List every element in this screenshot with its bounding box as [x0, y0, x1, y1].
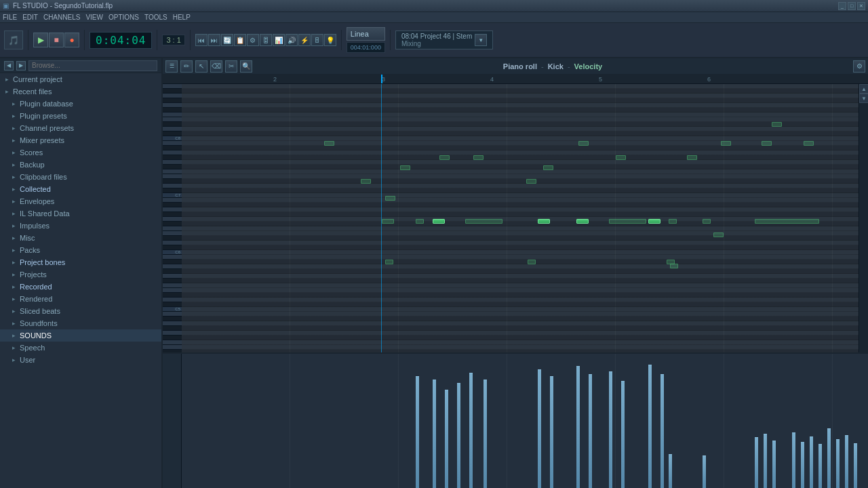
sidebar-item-rendered[interactable]: ▸Rendered [0, 293, 161, 305]
velocity-bar-21[interactable] [836, 439, 840, 488]
note-10[interactable] [400, 165, 410, 170]
tool-btn-6[interactable]: 🎛 [260, 34, 272, 46]
note-9[interactable] [687, 155, 697, 160]
piano-key-A#5[interactable] [163, 260, 182, 264]
pr-select-tool[interactable]: ↖ [195, 60, 208, 73]
piano-key-E6[interactable] [163, 231, 182, 236]
piano-key-B6[interactable] [163, 198, 182, 203]
sidebar-item-scores[interactable]: ▸Scores [0, 146, 161, 159]
sidebar-item-mixer-presets[interactable]: ▸Mixer presets [0, 134, 161, 146]
velocity-bar-8[interactable] [589, 374, 592, 488]
velocity-bar-11[interactable] [648, 365, 652, 488]
velocity-bar-26[interactable] [703, 455, 706, 488]
velocity-bar-6[interactable] [550, 376, 553, 488]
note-28[interactable] [528, 260, 536, 264]
velocity-bar-10[interactable] [621, 381, 625, 488]
sidebar-item-sliced-beats[interactable]: ▸Sliced beats [0, 305, 161, 317]
sidebar-item-projects[interactable]: ▸Projects [0, 268, 161, 281]
piano-key-D#5[interactable] [163, 293, 182, 298]
piano-key-C5[interactable]: C5 [163, 307, 182, 312]
piano-key-A5[interactable] [163, 264, 182, 269]
note-14[interactable] [385, 196, 395, 201]
menu-edit[interactable]: EDIT [22, 14, 38, 21]
velocity-bar-13[interactable] [755, 437, 758, 488]
maximize-button[interactable]: □ [848, 2, 856, 10]
piano-key-G#6[interactable] [163, 212, 182, 217]
piano-key-E4[interactable] [163, 345, 182, 350]
velocity-bar-15[interactable] [772, 441, 776, 488]
tool-btn-8[interactable]: 🔊 [285, 34, 298, 46]
sidebar-item-impulses[interactable]: ▸Impulses [0, 220, 161, 232]
note-grid-wrapper[interactable] [182, 84, 859, 352]
note-1[interactable] [324, 141, 334, 146]
piano-key-D6[interactable] [163, 241, 182, 245]
piano-key-B4[interactable] [163, 312, 182, 317]
tool-btn-4[interactable]: 📋 [234, 34, 246, 46]
note-19[interactable] [538, 219, 550, 224]
piano-key-C8[interactable]: C8 [163, 136, 182, 141]
note-27[interactable] [385, 260, 393, 264]
note-16[interactable] [416, 219, 424, 224]
piano-key-F4[interactable] [163, 340, 182, 345]
piano-key-D5[interactable] [163, 298, 182, 302]
piano-key-A6[interactable] [163, 207, 182, 212]
note-25[interactable] [755, 219, 819, 224]
note-20[interactable] [576, 219, 589, 224]
velocity-bar-7[interactable] [576, 366, 580, 488]
note-8[interactable] [616, 155, 626, 160]
piano-key-C6[interactable]: C6 [163, 250, 182, 255]
sidebar-item-recent-files[interactable]: ▸Recent files [0, 85, 161, 98]
piano-key-F#5[interactable] [163, 279, 182, 283]
piano-key-G7[interactable] [163, 160, 182, 165]
note-0[interactable] [772, 122, 782, 127]
tool-btn-2[interactable]: ⏭ [208, 34, 220, 46]
piano-key-D#4[interactable] [163, 350, 182, 352]
sidebar-item-speech[interactable]: ▸Speech [0, 342, 161, 354]
piano-key-F6[interactable] [163, 226, 182, 231]
sidebar-item-plugin-database[interactable]: ▸Plugin database [0, 98, 161, 110]
mode-selector[interactable]: Linea [347, 27, 385, 41]
piano-key-F#8[interactable] [163, 108, 182, 113]
velocity-bar-12[interactable] [660, 374, 664, 488]
piano-key-F8[interactable] [163, 113, 182, 117]
tool-btn-3[interactable]: 🔄 [221, 34, 233, 46]
velocity-bar-25[interactable] [669, 454, 672, 488]
record-button[interactable]: ● [64, 33, 79, 47]
pr-menu-button[interactable]: ☰ [165, 60, 178, 73]
pr-erase-tool[interactable]: ⌫ [210, 60, 222, 73]
piano-key-A#6[interactable] [163, 203, 182, 207]
piano-key-C#7[interactable] [163, 188, 182, 193]
tool-btn-11[interactable]: 💡 [324, 34, 336, 46]
sidebar-item-soundfonts[interactable]: ▸Soundfonts [0, 317, 161, 329]
velocity-bar-4[interactable] [484, 380, 487, 488]
velocity-bar-19[interactable] [818, 444, 822, 488]
sidebar-item-misc[interactable]: ▸Misc [0, 232, 161, 244]
pr-pencil-tool[interactable]: ✏ [180, 60, 193, 73]
velocity-bar-2[interactable] [457, 383, 460, 488]
piano-key-A#7[interactable] [163, 146, 182, 150]
piano-key-D#6[interactable] [163, 236, 182, 241]
velocity-bar-17[interactable] [801, 442, 804, 488]
menu-tools[interactable]: TOOLS [144, 14, 167, 21]
velocity-area[interactable] [182, 354, 868, 488]
piano-key-G4[interactable] [163, 331, 182, 336]
piano-key-A#8[interactable] [163, 89, 182, 94]
scroll-down-button[interactable]: ▼ [859, 94, 868, 103]
sidebar-item-plugin-presets[interactable]: ▸Plugin presets [0, 110, 161, 122]
note-22[interactable] [648, 219, 660, 224]
piano-key-F#4[interactable] [163, 336, 182, 340]
menu-view[interactable]: VIEW [85, 14, 103, 21]
note-13[interactable] [526, 179, 536, 184]
velocity-bar-14[interactable] [764, 434, 767, 488]
piano-key-F#6[interactable] [163, 222, 182, 226]
piano-key-D7[interactable] [163, 184, 182, 188]
piano-key-G5[interactable] [163, 274, 182, 279]
velocity-bar-0[interactable] [433, 380, 436, 488]
velocity-bar-16[interactable] [792, 432, 795, 488]
tool-btn-1[interactable]: ⏮ [195, 34, 208, 46]
pr-cut-tool[interactable]: ✂ [225, 60, 237, 73]
piano-key-G6[interactable] [163, 217, 182, 222]
velocity-bar-18[interactable] [810, 436, 813, 488]
tool-btn-9[interactable]: ⚡ [298, 34, 311, 46]
piano-key-A4[interactable] [163, 321, 182, 326]
